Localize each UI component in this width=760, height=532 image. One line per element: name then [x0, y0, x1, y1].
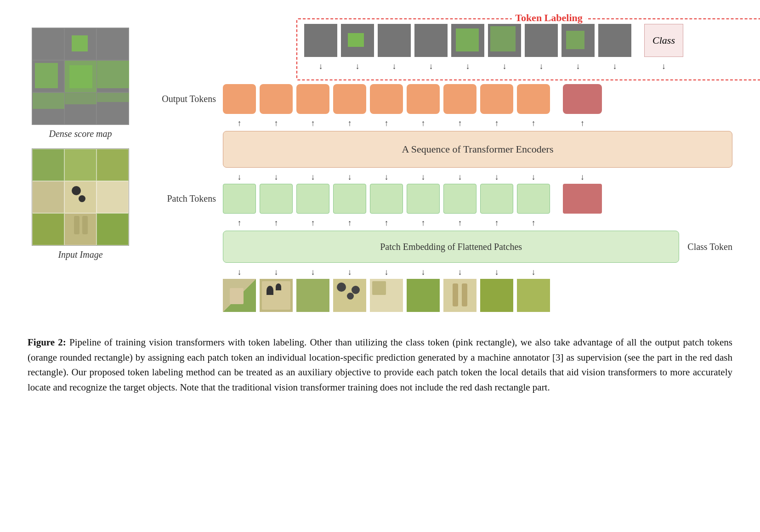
dog-thumb-4 — [333, 279, 366, 312]
arrow-up-emb-1: ↑ — [223, 218, 256, 228]
score-map-label: Dense score map — [49, 129, 112, 139]
input-image-block: Input Image — [32, 148, 129, 260]
arrow-up-enc-4: ↑ — [333, 119, 366, 128]
arrow-down-enc-7: ↓ — [443, 172, 476, 182]
class-token-label: Class Token — [687, 242, 732, 252]
arrows-down-from-patches: ↓ ↓ ↓ ↓ ↓ ↓ ↓ ↓ ↓ — [223, 265, 550, 279]
arrow-down-2: ↓ — [341, 62, 374, 71]
score-cell-21 — [64, 92, 96, 125]
arrow-down-img-2: ↓ — [260, 267, 293, 277]
score-cell-10 — [32, 60, 64, 92]
score-map-block: Dense score map — [32, 28, 129, 139]
class-label: Class — [652, 34, 675, 46]
arrow-up-emb-2: ↑ — [260, 218, 293, 228]
arrow-up-enc-2: ↑ — [260, 119, 293, 128]
token-labeling-box: Token Labeling — [296, 18, 760, 80]
input-image-label: Input Image — [58, 249, 102, 260]
dog-cell-22 — [96, 213, 129, 245]
token-labeling-title: Token Labeling — [511, 12, 586, 24]
arrow-down-img-1: ↓ — [223, 267, 256, 277]
dog-cell-02 — [96, 149, 129, 181]
arrow-up-emb-4: ↑ — [333, 218, 366, 228]
arrow-up-enc-6: ↑ — [407, 119, 440, 128]
arrow-down-enc-5: ↓ — [370, 172, 403, 182]
arrow-down-enc-1: ↓ — [223, 172, 256, 182]
score-cell-20 — [32, 92, 64, 125]
patch-token-2 — [260, 184, 293, 214]
arrow-down-enc-2: ↓ — [260, 172, 293, 182]
output-tokens-label: Output Tokens — [152, 94, 223, 104]
dog-thumb-5 — [370, 279, 403, 312]
dog-cell-21 — [64, 213, 96, 245]
output-token-2 — [260, 84, 293, 114]
score-patch-6 — [488, 24, 521, 57]
score-patch-5 — [451, 24, 484, 57]
arrow-up-enc-1: ↑ — [223, 119, 256, 128]
dog-thumb-3 — [296, 279, 329, 312]
score-patch-2 — [341, 24, 374, 57]
patch-token-4 — [333, 184, 366, 214]
patch-token-1 — [223, 184, 256, 214]
arrow-down-img-6: ↓ — [407, 267, 440, 277]
arrow-up-emb-6: ↑ — [407, 218, 440, 228]
encoder-box: A Sequence of Transformer Encoders — [223, 131, 732, 168]
dog-cell-01 — [64, 149, 96, 181]
patch-token-7 — [443, 184, 476, 214]
arrow-down-img-3: ↓ — [296, 267, 329, 277]
arrow-down-enc-6: ↓ — [407, 172, 440, 182]
output-token-8 — [480, 84, 513, 114]
class-box-top: Class — [644, 24, 683, 57]
embedding-label: Patch Embedding of Flattened Patches — [380, 242, 522, 252]
score-cell-02 — [96, 28, 129, 60]
dog-cell-11 — [64, 181, 96, 213]
arrow-down-3: ↓ — [378, 62, 411, 71]
dog-thumb-6 — [407, 279, 440, 312]
patch-token-8 — [480, 184, 513, 214]
arrow-up-enc-8: ↑ — [480, 119, 513, 128]
arrow-up-enc-class: ↑ — [563, 119, 602, 128]
left-panel: Dense score map — [28, 14, 133, 260]
dog-image-grid — [32, 148, 129, 246]
arrow-down-enc-class: ↓ — [563, 172, 602, 182]
score-patch-9 — [598, 24, 631, 57]
score-patch-7 — [525, 24, 558, 57]
arrow-down-7: ↓ — [525, 62, 558, 71]
embedding-section: Patch Embedding of Flattened Patches Cla… — [152, 231, 732, 263]
figure-caption: Figure 2: Pipeline of training vision tr… — [28, 335, 732, 395]
arrow-up-emb-7: ↑ — [443, 218, 476, 228]
score-patch-8 — [561, 24, 595, 57]
dog-cell-20 — [32, 213, 64, 245]
arrow-down-img-5: ↓ — [370, 267, 403, 277]
patch-token-5 — [370, 184, 403, 214]
output-token-4 — [333, 84, 366, 114]
arrow-up-emb-5: ↑ — [370, 218, 403, 228]
arrow-up-emb-3: ↑ — [296, 218, 329, 228]
output-token-3 — [296, 84, 329, 114]
score-cell-01 — [64, 28, 96, 60]
patch-token-3 — [296, 184, 329, 214]
score-patch-3 — [378, 24, 411, 57]
dog-thumb-1 — [223, 279, 256, 312]
diagram-section: Dense score map — [28, 14, 732, 312]
dog-cell-12 — [96, 181, 129, 213]
arrow-down-img-9: ↓ — [517, 267, 550, 277]
arrows-up-from-embedding: ↑ ↑ ↑ ↑ ↑ ↑ ↑ ↑ ↑ — [223, 216, 602, 230]
score-cell-12 — [96, 60, 129, 92]
arrow-down-8: ↓ — [561, 62, 595, 71]
arrow-down-img-7: ↓ — [443, 267, 476, 277]
arrow-up-enc-7: ↑ — [443, 119, 476, 128]
arrows-down-to-patch: ↓ ↓ ↓ ↓ ↓ ↓ ↓ ↓ ↓ ↓ — [223, 170, 602, 184]
output-token-1 — [223, 84, 256, 114]
arrow-down-5: ↓ — [451, 62, 484, 71]
score-cell-11 — [64, 60, 96, 92]
patch-tokens-row: Patch Tokens — [152, 184, 602, 214]
score-map-grid — [32, 28, 129, 125]
arrow-down-enc-4: ↓ — [333, 172, 366, 182]
output-token-7 — [443, 84, 476, 114]
patch-token-boxes — [223, 184, 602, 214]
patch-token-9 — [517, 184, 550, 214]
output-token-6 — [407, 84, 440, 114]
embedding-row: Patch Embedding of Flattened Patches Cla… — [223, 231, 732, 263]
score-cell-00 — [32, 28, 64, 60]
arrow-down-9: ↓ — [598, 62, 631, 71]
